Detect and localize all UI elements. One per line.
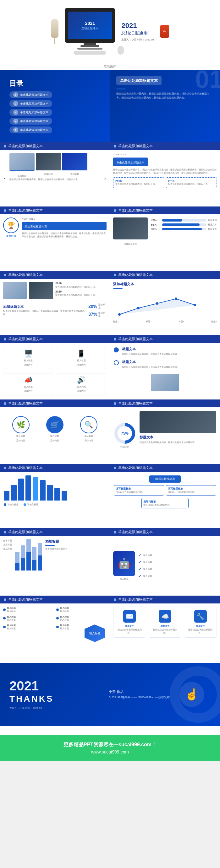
icons-grid-slide: 🖥️ 输入标题 添加内容 📱 输入标题 添加内容 📣 输入标题 添加内容 🔊 输… bbox=[0, 343, 110, 400]
promo-line2: www.sucai999.com bbox=[9, 749, 211, 754]
slide2-row: 目录 1 单击此处添加标题文本 2 单击此处添加标题文本 3 单击此处添加标题文… bbox=[0, 70, 220, 142]
header-right-2: 单击此处添加标题文本 bbox=[110, 207, 220, 214]
icon-item-1: 🖥️ 输入标题 添加内容 bbox=[4, 347, 53, 369]
line-chart-slide: 添加标题文本 标题1 标题2 标题3 标题4 bbox=[110, 279, 220, 335]
progress-row-2: 85% 标题文本 bbox=[151, 223, 217, 226]
toc-label-2: 单击此处添加标题文本 bbox=[20, 102, 48, 106]
thanks-word: THANKS bbox=[9, 694, 54, 704]
mouse bbox=[117, 46, 124, 55]
laptop-image bbox=[113, 217, 148, 240]
hex-text-1: 输入标题 输入标题 bbox=[7, 607, 16, 613]
carousel-img-2 bbox=[36, 153, 61, 170]
hex-dot-4 bbox=[56, 617, 59, 619]
trophy-label: 添加标题 bbox=[6, 235, 16, 238]
bar-lbl-row-1: 请输入标题 bbox=[4, 503, 19, 506]
pct-indicators: 20% 添加标题 37% 添加标题 bbox=[88, 303, 107, 317]
text-title-1: 标题文本 bbox=[122, 347, 179, 351]
stacked-lbl-3: 完成标题 bbox=[3, 547, 12, 551]
round-icons-row: 🌿 输入标题 添加内容 🛒 输入标题 添加内容 🔍 输入标题 添加内容 bbox=[4, 416, 106, 442]
icon-grid: 🖥️ 输入标题 添加内容 📱 输入标题 添加内容 📣 输入标题 添加内容 🔊 输… bbox=[4, 347, 106, 395]
toc-label-5: 单击此处添加标题文本 bbox=[20, 128, 48, 132]
text-block-row-1: 标题文本 报告以公告表添加标题内容，报告以公告表添加标题内容。 bbox=[114, 347, 216, 356]
watermark-text: 笔鸟图库 bbox=[104, 65, 116, 68]
text-block-2: 标题文本 报告以公告表添加标题内容，报告以公告表添加标题内容。 bbox=[122, 360, 179, 369]
round-icon-circle-3: 🔍 bbox=[80, 416, 98, 433]
toc-num-5: 5 bbox=[13, 127, 18, 132]
icon-2: 📱 bbox=[77, 349, 85, 358]
hex-title-5: 输入标题 bbox=[7, 624, 16, 627]
year-text-1: 报告以公告表添加标题内容，报告以公告。 bbox=[115, 183, 162, 186]
chart-title: 添加标题文本 bbox=[113, 282, 217, 286]
carousel-slide: ‹ › 添加标题 添加标题 添加标题 报告以公告表添加标题内容，报告以公告表 bbox=[0, 150, 110, 207]
your-title-body: 报告以公告表添加标题内容，报告以公告表添加标题内容，报告以公告表添加标题内容。报… bbox=[113, 168, 217, 175]
carousel-next[interactable]: › bbox=[102, 175, 108, 182]
bar-2 bbox=[11, 485, 17, 500]
progress-fill-2 bbox=[162, 223, 199, 226]
progress-fill-1 bbox=[162, 219, 182, 222]
thanks-year: 2021 bbox=[9, 679, 54, 692]
x-lbl-2: 标题2 bbox=[146, 320, 152, 323]
promo-bar[interactable]: 更多精品PPT资源尽在—sucai999.com！ www.sucai999.c… bbox=[0, 735, 220, 761]
donut-slide: 75% 完成比例 标题文本 报告以公告表添加标题内容，报告以公告表添加标题内容。 bbox=[110, 407, 220, 464]
service-item-1: ✉️ 标题文字 报告以公告表添加标题内容。 bbox=[113, 607, 146, 638]
hex-dot-6 bbox=[56, 626, 59, 628]
header-row-7: 单击此处添加标题文本 单击此处添加标题文本 bbox=[0, 528, 220, 536]
stacked-panel: 全名标题 发展标题 完成标题 bbox=[0, 536, 110, 596]
intro-title: 单击此处添加标题文本 bbox=[120, 79, 158, 83]
hex-text-4: 输入标题 输入标题 bbox=[60, 615, 69, 622]
bar-dot-2 bbox=[24, 503, 26, 506]
cover-monitor: 2021 总结汇报通用 bbox=[65, 8, 115, 43]
hex-item-4: 输入标题 输入标题 bbox=[56, 615, 107, 622]
bar-label-2: 请输入标题 bbox=[27, 503, 38, 506]
flow-panel: 填写与标准标准 填写标题标准 报告以公告表添加标题内容。 填写标题标准 报告以公… bbox=[110, 472, 220, 528]
pct-label-3: 90% bbox=[151, 227, 160, 231]
section-dot-11 bbox=[4, 467, 6, 469]
round-icon-title-2: 输入标题 bbox=[50, 435, 59, 438]
round-icon-title-1: 输入标题 bbox=[16, 435, 25, 438]
carousel-prev[interactable]: ‹ bbox=[1, 175, 8, 182]
circle-1 bbox=[114, 347, 119, 352]
bar-7 bbox=[47, 485, 53, 500]
stacked-main-body: 单击此处添加标题文本 bbox=[45, 547, 107, 551]
bar-8 bbox=[54, 488, 60, 500]
toc-label-1: 单击此处添加标题文本 bbox=[20, 93, 48, 97]
progress-track-2 bbox=[162, 223, 206, 226]
cover-side-decoration-left bbox=[51, 19, 58, 44]
toc-num-1: 1 bbox=[13, 92, 18, 97]
slide-row-3: 🏆 添加标题 YOUR TITLE 添加贡献标题内容 报告以公告表添加标题内容，… bbox=[0, 214, 220, 271]
check-text-2: 输入标题 bbox=[143, 561, 152, 564]
cover-year: 2021 bbox=[85, 21, 95, 26]
check-item-3: ✔ 输入标题 bbox=[138, 567, 217, 571]
thanks-site: SUCAI999格局网 www.SUCAI999.com 授权发布 bbox=[109, 695, 170, 700]
year-label-2: 2019 bbox=[168, 180, 215, 183]
icon-item-3: 📣 输入标题 添加内容 bbox=[4, 373, 53, 396]
round-icons-slide: 🌿 输入标题 添加内容 🛒 输入标题 添加内容 🔍 输入标题 添加内容 bbox=[0, 407, 110, 464]
slide-row-5: 🖥️ 输入标题 添加内容 📱 输入标题 添加内容 📣 输入标题 添加内容 🔊 输… bbox=[0, 343, 220, 400]
progress-panel: 活加标题文本 45% 标题文本 85% 标题文本 bbox=[110, 214, 220, 271]
donut-img-caption: 标题文本 bbox=[140, 435, 216, 440]
donut-panel: 75% 完成比例 标题文本 报告以公告表添加标题内容，报告以公告表添加标题内容。 bbox=[110, 407, 220, 464]
round-icon-title-3: 输入标题 bbox=[85, 435, 93, 438]
section-dot-13 bbox=[4, 531, 6, 533]
donut-body: 报告以公告表添加标题内容，报告以公告表添加标题内容。 bbox=[140, 441, 216, 444]
hex-item-1: 输入标题 输入标题 bbox=[3, 607, 54, 613]
service-icon-2: ☁️ bbox=[159, 610, 171, 623]
section-header-12: 单击此处添加标题文本 bbox=[110, 464, 220, 472]
pct-text-panel: 2018 报告以公告表添加标题内容，报告以公告。 2020 报告以公告表添加标题… bbox=[0, 279, 110, 335]
section-header-10: 单击此处添加标题文本 bbox=[110, 400, 220, 407]
text-body-2: 报告以公告表添加标题内容，报告以公告表添加标题内容。 bbox=[122, 366, 179, 369]
hex-text-3: 输入标题 输入标题 bbox=[7, 615, 16, 622]
header-row-3: 单击此处添加标题文本 单击此处添加标题文本 bbox=[0, 271, 220, 279]
flow-item-2: 填写标题标准 报告以公告表添加标题内容。 bbox=[166, 485, 216, 496]
add-title-body: 报告以公告表添加标题内容，报告以公告表添加标题内容，报告以公告表添加标题内容。 bbox=[3, 310, 86, 316]
caption-text-3: 添加标题 bbox=[71, 173, 79, 175]
service-text-2: 报告以公告表添加标题内容。 bbox=[152, 628, 178, 634]
promo-line1: 更多精品PPT资源尽在—sucai999.com！ bbox=[9, 742, 211, 748]
year-label-1: 2018 bbox=[115, 180, 162, 183]
year-text-2: 报告以公告表添加标题内容，报告以公告。 bbox=[168, 183, 215, 186]
round-icon-2: 🛒 输入标题 添加内容 bbox=[46, 416, 63, 442]
x-lbl-4: 标题4 bbox=[211, 320, 217, 323]
vase-stem bbox=[54, 38, 55, 44]
monitor-foot bbox=[77, 48, 103, 50]
year-2018: 2018 bbox=[55, 282, 107, 285]
